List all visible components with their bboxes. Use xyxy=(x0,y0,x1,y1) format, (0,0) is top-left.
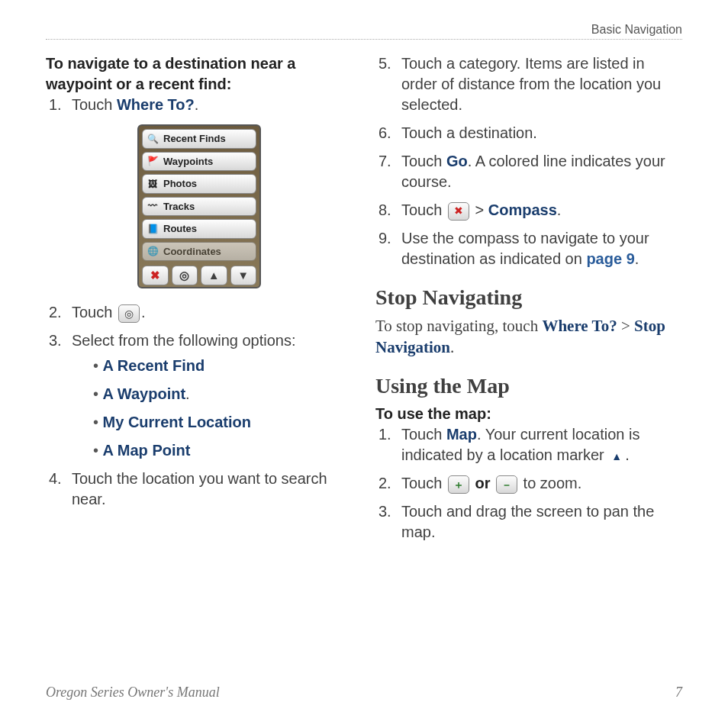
zoom-in-icon: ＋ xyxy=(448,475,469,494)
step-3: 3. Select from the following options: A … xyxy=(46,330,353,461)
step-4: 4. Touch the location you want to search… xyxy=(46,469,353,510)
target-icon: ◎ xyxy=(172,266,198,285)
stop-navigating-heading: Stop Navigating xyxy=(375,283,682,312)
step-1: 1. Touch Where To?. xyxy=(46,95,353,115)
page-9-link[interactable]: page 9 xyxy=(586,250,634,267)
left-column: To navigate to a destination near a wayp… xyxy=(46,53,353,550)
magnifier-icon: 🔍 xyxy=(146,133,159,145)
down-arrow-icon: ▼ xyxy=(230,266,257,285)
flag-icon: 🚩 xyxy=(146,155,159,167)
zoom-out-icon: － xyxy=(496,475,517,494)
up-arrow-icon: ▲ xyxy=(201,266,227,285)
device-item-coordinates: 🌐Coordinates xyxy=(142,242,256,262)
footer-title: Oregon Series Owner's Manual xyxy=(46,685,220,701)
device-screenshot: 🔍Recent Finds 🚩Waypoints 🖼Photos 〰Tracks… xyxy=(137,124,261,288)
map-step-2: 2. Touch ＋ or － to zoom. xyxy=(375,473,682,494)
option-recent-find: A Recent Find xyxy=(93,356,353,376)
map-step-1: 1. Touch Map. Your current location is i… xyxy=(375,424,682,465)
device-item-waypoints: 🚩Waypoints xyxy=(142,152,256,172)
step-5: 5.Touch a category. Items are listed in … xyxy=(375,53,682,115)
option-waypoint: A Waypoint. xyxy=(93,384,353,404)
step2-post: . xyxy=(141,304,146,321)
nav-heading: To navigate to a destination near a wayp… xyxy=(46,55,295,92)
step2-pre: Touch xyxy=(72,304,117,321)
device-item-photos: 🖼Photos xyxy=(142,174,256,194)
step4-text: Touch the location you want to search ne… xyxy=(72,470,327,507)
location-marker-icon: ▲ xyxy=(610,449,623,463)
page-number: 7 xyxy=(675,685,682,701)
device-item-recent-finds: 🔍Recent Finds xyxy=(142,129,256,149)
step-9: 9. Use the compass to navigate to your d… xyxy=(375,228,682,269)
step1-text: Touch xyxy=(72,96,117,113)
step-2: 2. Touch ◎. xyxy=(46,302,353,323)
using-map-heading: Using the Map xyxy=(375,372,682,401)
picture-icon: 🖼 xyxy=(146,178,159,190)
compass-link[interactable]: Compass xyxy=(488,201,557,218)
device-item-routes: 📘Routes xyxy=(142,219,256,239)
close-icon: ✖ xyxy=(142,266,169,285)
map-step-3: 3.Touch and drag the screen to pan the m… xyxy=(375,501,682,543)
option-map-point: A Map Point xyxy=(93,440,353,461)
close-button-icon: ✖ xyxy=(448,202,469,221)
to-use-map-heading: To use the map: xyxy=(375,405,491,422)
step-7: 7. Touch Go. A colored line indicates yo… xyxy=(375,151,682,192)
globe-icon: 🌐 xyxy=(146,246,159,258)
stop-navigating-text: To stop navigating, touch Where To? > St… xyxy=(375,315,682,359)
go-link[interactable]: Go xyxy=(446,153,468,169)
device-toolbar: ✖ ◎ ▲ ▼ xyxy=(142,264,256,285)
device-item-tracks: 〰Tracks xyxy=(142,197,256,217)
where-to-link-2[interactable]: Where To? xyxy=(542,317,617,335)
where-to-link[interactable]: Where To? xyxy=(117,96,195,113)
route-icon: 📘 xyxy=(146,223,159,235)
target-button-icon: ◎ xyxy=(118,304,140,323)
step3-text: Select from the following options: xyxy=(72,332,296,349)
map-link[interactable]: Map xyxy=(446,426,477,443)
step1-post: . xyxy=(195,96,199,113)
step-8: 8. Touch ✖ > Compass. xyxy=(375,200,682,221)
tracks-icon: 〰 xyxy=(146,200,159,212)
step-6: 6.Touch a destination. xyxy=(375,123,682,143)
option-current-location: My Current Location xyxy=(93,412,353,433)
section-header: Basic Navigation xyxy=(46,23,682,40)
right-column: 5.Touch a category. Items are listed in … xyxy=(375,53,682,550)
